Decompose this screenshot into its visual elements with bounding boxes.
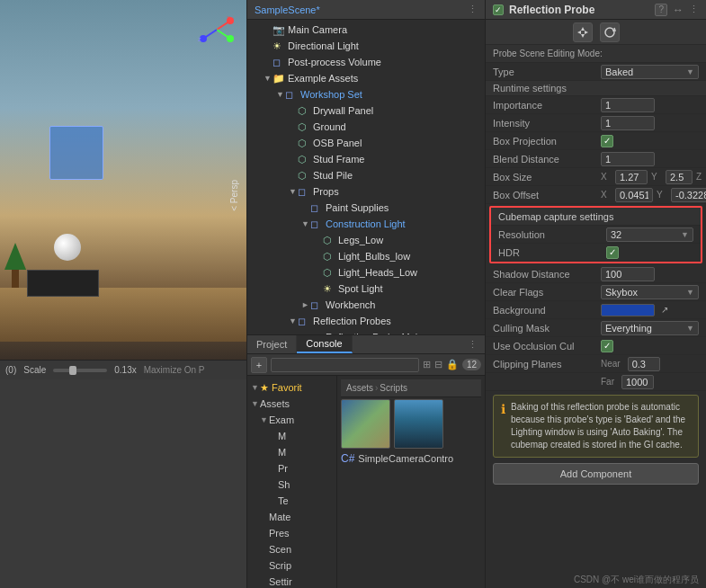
watermark-container: CSDN @不 wei谁而做的程序员: [486, 572, 706, 588]
tree-item-post-process[interactable]: ◻ Post-process Volume: [247, 54, 485, 70]
tree-item-stud-pile[interactable]: ⬡ Stud Pile: [247, 167, 485, 183]
tree-item-directional-light[interactable]: ☀ Directional Light: [247, 38, 485, 54]
scale-value: 0.13x: [114, 365, 136, 375]
prop-resolution: Resolution 32 ▼: [491, 226, 701, 244]
use-occlusion-checkbox[interactable]: ✓: [601, 340, 613, 352]
shadow-distance-label: Shadow Distance: [493, 269, 601, 280]
tab-console[interactable]: Console: [297, 335, 352, 353]
shadow-distance-input[interactable]: [601, 267, 655, 281]
tree-item-spot-light[interactable]: ☀ Spot Light: [247, 281, 485, 297]
tree-item-ground[interactable]: ⬡ Ground: [247, 119, 485, 135]
project-menu-icon[interactable]: ⋮: [460, 335, 485, 353]
intensity-input[interactable]: [601, 116, 655, 130]
prop-culling-mask: Culling Mask Everything ▼: [486, 319, 706, 337]
thumb-scene-2[interactable]: [394, 399, 443, 449]
resolution-dropdown[interactable]: 32 ▼: [606, 227, 693, 242]
tree-item-reflection-probes[interactable]: ◻ Reflection Probes: [247, 313, 485, 329]
tree-item-legs-low[interactable]: ⬡ Legs_Low: [247, 232, 485, 248]
breadcrumb: Assets › Scripts: [341, 379, 481, 397]
box-size-y-input[interactable]: [666, 170, 693, 184]
inspector-wrapper: ✓ Reflection Probe ? ↔ ⋮: [486, 0, 706, 588]
component-enable-toggle[interactable]: ✓: [493, 4, 504, 15]
tree-item-drywall[interactable]: ⬡ Drywall Panel: [247, 102, 485, 119]
settings-icon[interactable]: ⋮: [689, 4, 699, 16]
label-light-heads: Light_Heads_Low: [338, 267, 417, 278]
tree-item-paint-supplies[interactable]: ◻ Paint Supplies: [247, 200, 485, 216]
project-tree-assets[interactable]: Assets: [247, 396, 336, 412]
project-file-simple-camera[interactable]: C# SimpleCameraContro: [341, 450, 481, 467]
label-light-bulbs: Light_Bulbs_low: [338, 251, 410, 262]
project-tree-exam[interactable]: Exam: [247, 412, 336, 428]
scene-viewport[interactable]: X Y Z < Persp: [0, 0, 246, 360]
tree-item-light-heads[interactable]: ⬡ Light_Heads_Low: [247, 264, 485, 281]
project-content: ★ Favorit Assets Exam M: [247, 376, 485, 588]
box-offset-y-input[interactable]: [671, 188, 706, 202]
project-tree-scrip[interactable]: Scrip: [247, 557, 336, 574]
project-tree-sh[interactable]: Sh: [247, 477, 336, 493]
icon-legs-low: ⬡: [323, 234, 335, 246]
rotate-icon-btn[interactable]: [600, 22, 620, 42]
help-icon[interactable]: ?: [655, 4, 667, 16]
inspector-scroll[interactable]: Probe Scene Editing Mode: Type Baked ▼ R…: [486, 20, 706, 572]
sphere-object: [54, 234, 81, 261]
file-count-badge: 12: [462, 359, 481, 370]
add-component-button[interactable]: Add Component: [493, 463, 699, 485]
culling-mask-dropdown[interactable]: Everything ▼: [601, 321, 699, 335]
persp-label: < Persp: [229, 180, 239, 211]
clear-flags-dropdown[interactable]: Skybox ▼: [601, 285, 699, 299]
project-tree-settir[interactable]: Settir: [247, 574, 336, 588]
shadow-distance-value: [601, 267, 699, 281]
icon-stud-frame: ⬡: [298, 153, 310, 165]
project-tree-mate[interactable]: Mate: [247, 509, 336, 525]
near-input[interactable]: [628, 357, 660, 371]
project-tree-te[interactable]: Te: [247, 493, 336, 509]
hierarchy-tree: 📷 Main Camera ☀ Directional Light ◻ Post…: [247, 20, 485, 334]
thumb-scene-1[interactable]: [341, 399, 390, 449]
hdr-checkbox[interactable]: ✓: [606, 246, 619, 259]
icon-drywall: ⬡: [298, 104, 310, 117]
label-workbench: Workbench: [326, 299, 375, 310]
inspector-title: Reflection Probe: [509, 4, 594, 16]
background-color-swatch[interactable]: [601, 304, 655, 316]
type-dropdown[interactable]: Baked ▼: [601, 65, 699, 79]
tab-project[interactable]: Project: [247, 335, 297, 353]
breadcrumb-scripts: Scripts: [380, 383, 407, 393]
tree-item-osb[interactable]: ⬡ OSB Panel: [247, 135, 485, 151]
tree-item-light-bulbs[interactable]: ⬡ Light_Bulbs_low: [247, 248, 485, 264]
tree-item-workbench[interactable]: ◻ Workbench: [247, 297, 485, 313]
project-tree-scen[interactable]: Scen: [247, 541, 336, 557]
box-projection-checkbox[interactable]: ✓: [601, 135, 613, 147]
label-paint-supplies: Paint Supplies: [326, 202, 389, 213]
background-color-picker-icon[interactable]: ↗: [658, 304, 671, 316]
project-tree-m2[interactable]: M: [247, 444, 336, 460]
tree-item-construction-light[interactable]: ◻ Construction Light: [247, 216, 485, 232]
add-button[interactable]: +: [251, 357, 267, 373]
project-favorites[interactable]: ★ Favorit: [247, 379, 336, 396]
project-tree-m1[interactable]: M: [247, 428, 336, 444]
label-mate: Mate: [269, 512, 290, 522]
box-size-x-input[interactable]: [615, 170, 648, 184]
tree-item-stud-frame[interactable]: ⬡ Stud Frame: [247, 151, 485, 167]
layout-icon[interactable]: ⊟: [434, 359, 442, 370]
box-offset-x-input[interactable]: [615, 188, 653, 202]
tree-item-workshop-set[interactable]: ◻ Workshop Set: [247, 86, 485, 102]
move-icon-btn[interactable]: [573, 22, 593, 42]
svg-text:X: X: [227, 15, 230, 21]
far-input[interactable]: [621, 375, 654, 389]
arrow-example-assets: [264, 74, 273, 83]
arrow-reflection-probes: [289, 316, 298, 325]
tree-item-main-camera[interactable]: 📷 Main Camera: [247, 22, 485, 38]
scale-slider[interactable]: [53, 369, 107, 372]
maximize-label: Maximize On P: [144, 365, 205, 375]
importance-input[interactable]: [601, 98, 655, 112]
tree-item-props[interactable]: ◻ Props: [247, 183, 485, 200]
blend-distance-input[interactable]: [601, 152, 655, 166]
project-search-input[interactable]: [271, 358, 419, 372]
lock-icon[interactable]: 🔒: [446, 359, 459, 370]
project-tree-pr[interactable]: Pr: [247, 460, 336, 477]
filter-icon[interactable]: ⊞: [423, 359, 431, 370]
project-tree-pres[interactable]: Pres: [247, 525, 336, 541]
tree-item-example-assets[interactable]: 📁 Example Assets: [247, 70, 485, 86]
hierarchy-menu-icon[interactable]: ⋮: [468, 4, 478, 15]
pin-icon[interactable]: ↔: [673, 4, 684, 16]
